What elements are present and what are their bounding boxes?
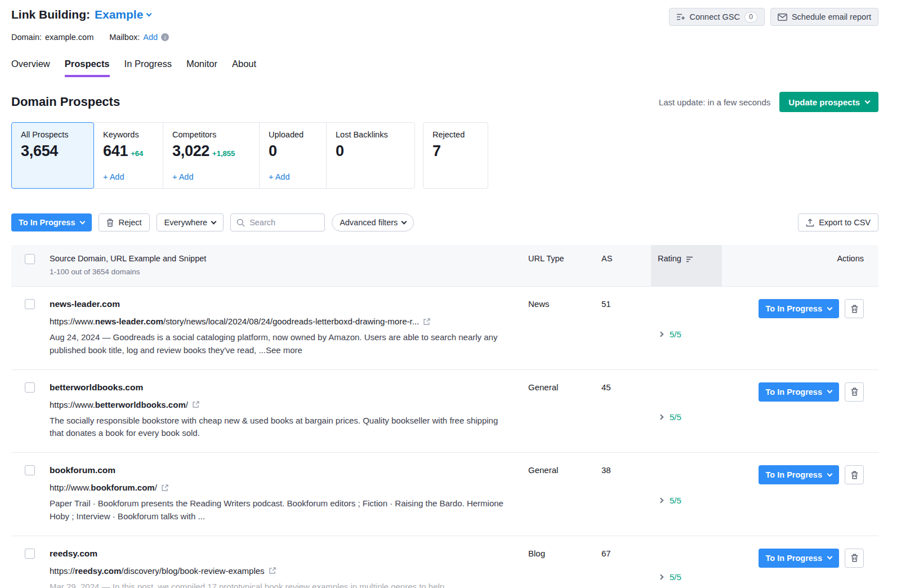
source-url-link[interactable]: https://reedsy.com/discovery/blog/book-r…: [50, 566, 528, 576]
chevron-down-icon: [146, 11, 152, 16]
source-snippet: Mar 29, 2024 — In this post, we compiled…: [50, 581, 511, 588]
table-row: news-leader.com https://www.news-leader.…: [11, 286, 878, 369]
tool-title: Link Building:: [11, 8, 90, 21]
as-value: 45: [601, 370, 651, 453]
trash-icon: [851, 554, 858, 562]
card-value: 0: [336, 142, 344, 160]
rating-value: 5/5: [670, 412, 681, 422]
column-source-domain[interactable]: Source Domain, URL Example and Snippet: [50, 254, 528, 263]
expand-rating-icon[interactable]: [658, 497, 664, 504]
project-selector[interactable]: Example: [95, 8, 151, 21]
row-checkbox[interactable]: [25, 382, 35, 393]
prospects-table: Source Domain, URL Example and Snippet 1…: [11, 245, 878, 588]
tab-about[interactable]: About: [232, 59, 256, 77]
update-prospects-label: Update prospects: [788, 97, 860, 107]
trash-icon: [851, 387, 858, 396]
mailbox-add-link[interactable]: Add: [143, 33, 158, 42]
to-in-progress-row-button[interactable]: To In Progress: [759, 382, 839, 402]
tab-monitor[interactable]: Monitor: [186, 59, 217, 77]
rating-cell: 5/5: [651, 370, 722, 453]
everywhere-dropdown[interactable]: Everywhere: [157, 213, 224, 231]
card-label: Competitors: [172, 130, 250, 139]
page: Link Building: Example Connect GSC 0 Sch…: [0, 0, 901, 588]
column-url-type[interactable]: URL Type: [528, 245, 601, 286]
card-lost-backlinks[interactable]: Lost Backlinks 0: [326, 122, 415, 189]
url-type-value: General: [528, 453, 601, 536]
card-all-prospects[interactable]: All Prospects 3,654: [11, 122, 94, 189]
to-in-progress-row-button[interactable]: To In Progress: [759, 465, 839, 484]
tab-overview[interactable]: Overview: [11, 59, 50, 77]
tab-prospects[interactable]: Prospects: [65, 59, 110, 77]
external-link-icon[interactable]: [423, 318, 431, 326]
project-name: Example: [95, 8, 143, 21]
card-label: Lost Backlinks: [336, 130, 405, 139]
tab-in-progress[interactable]: In Progress: [124, 59, 172, 77]
expand-rating-icon[interactable]: [658, 414, 664, 420]
card-value: 641: [103, 142, 128, 160]
to-in-progress-row-button[interactable]: To In Progress: [759, 549, 839, 568]
row-actions: To In Progress: [722, 536, 878, 588]
source-domain: bookforum.com: [50, 465, 528, 475]
chevron-down-icon: [827, 305, 833, 310]
trash-icon: [851, 471, 858, 479]
chevron-down-icon: [211, 219, 217, 224]
source-url-link[interactable]: https://www.news-leader.com/story/news/l…: [50, 317, 528, 326]
to-in-progress-bulk-button[interactable]: To In Progress: [11, 213, 92, 231]
to-in-progress-label: To In Progress: [19, 218, 75, 227]
column-rating[interactable]: Rating: [651, 245, 722, 286]
row-checkbox[interactable]: [25, 299, 35, 309]
row-actions: To In Progress: [722, 453, 878, 536]
source-url-link[interactable]: http://www.bookforum.com/: [50, 483, 528, 492]
table-row: reedsy.com https://reedsy.com/discovery/…: [11, 536, 878, 588]
row-checkbox[interactable]: [25, 465, 35, 475]
update-prospects-button[interactable]: Update prospects: [779, 92, 878, 112]
add-competitors-link[interactable]: + Add: [172, 172, 250, 181]
reject-button[interactable]: Reject: [99, 213, 149, 231]
expand-rating-icon[interactable]: [658, 331, 664, 337]
external-link-icon[interactable]: [192, 400, 200, 408]
card-rejected[interactable]: Rejected 7: [423, 122, 488, 189]
chevron-down-icon: [827, 388, 833, 394]
delete-row-button[interactable]: [845, 549, 864, 568]
rating-value: 5/5: [670, 572, 681, 582]
source-domain: news-leader.com: [50, 299, 528, 309]
schedule-email-report-button[interactable]: Schedule email report: [770, 8, 878, 26]
as-value: 51: [601, 287, 651, 369]
info-icon[interactable]: i: [161, 33, 169, 41]
delete-row-button[interactable]: [845, 299, 864, 318]
column-as[interactable]: AS: [601, 245, 651, 286]
header: Link Building: Example Connect GSC 0 Sch…: [11, 8, 878, 26]
delete-row-button[interactable]: [845, 465, 864, 484]
gsc-lines-plus-icon: [676, 13, 685, 21]
source-url-link[interactable]: https://www.betterworldbooks.com/: [50, 400, 528, 409]
row-checkbox[interactable]: [25, 549, 35, 559]
as-value: 38: [601, 453, 651, 536]
rating-value: 5/5: [670, 496, 681, 505]
delete-row-button[interactable]: [845, 382, 864, 402]
search-input[interactable]: [249, 218, 319, 227]
schedule-email-label: Schedule email report: [792, 12, 871, 21]
project-meta: Domain: example.com Mailbox: Add i: [11, 33, 878, 42]
export-to-csv-button[interactable]: Export to CSV: [798, 213, 878, 231]
url-type-value: General: [528, 370, 601, 453]
to-in-progress-row-button[interactable]: To In Progress: [759, 299, 839, 318]
external-link-icon[interactable]: [161, 484, 169, 492]
prospect-filter-cards: All Prospects 3,654 Keywords 641 +64 + A…: [11, 122, 878, 189]
card-keywords[interactable]: Keywords 641 +64 + Add: [93, 122, 163, 189]
add-uploaded-link[interactable]: + Add: [269, 172, 317, 181]
chevron-down-icon: [402, 219, 407, 224]
card-uploaded[interactable]: Uploaded 0 + Add: [259, 122, 327, 189]
expand-rating-icon[interactable]: [658, 574, 664, 580]
card-competitors[interactable]: Competitors 3,022 +1,855 + Add: [163, 122, 260, 189]
rating-value: 5/5: [670, 329, 681, 339]
table-row: bookforum.com http://www.bookforum.com/ …: [11, 452, 878, 536]
select-all-checkbox[interactable]: [25, 254, 35, 264]
connect-gsc-button[interactable]: Connect GSC 0: [669, 8, 765, 26]
row-actions: To In Progress: [722, 287, 878, 369]
external-link-icon[interactable]: [269, 567, 276, 574]
source-domain: betterworldbooks.com: [50, 382, 528, 393]
rating-cell: 5/5: [651, 453, 722, 536]
advanced-filters-dropdown[interactable]: Advanced filters: [332, 213, 414, 231]
add-keywords-link[interactable]: + Add: [103, 172, 154, 181]
chevron-down-icon: [827, 471, 833, 476]
